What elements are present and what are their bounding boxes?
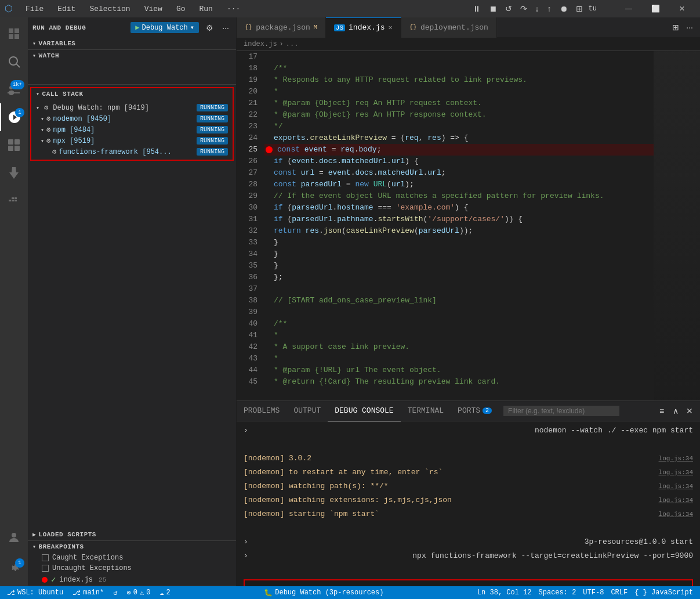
tab-deployment-json[interactable]: {} deployment.json (401, 17, 497, 38)
activity-sourcectl-icon[interactable]: 1k+ (0, 75, 28, 103)
debug-step-into-button[interactable]: ↓ (533, 3, 542, 15)
menu-view[interactable]: View (141, 3, 166, 15)
activity-extensions-icon[interactable] (0, 131, 28, 159)
call-stack-process-0[interactable]: ▾ ⚙ Debug Watch: npm [9419] RUNNING (31, 102, 233, 113)
status-language[interactable]: { } JavaScript (632, 589, 695, 597)
thread-npx[interactable]: ▾ ⚙ npx [9519] RUNNING (31, 135, 233, 146)
code-scroll-area[interactable]: 17 18 19 20 21 22 23 24 25 26 27 28 29 3… (237, 51, 654, 400)
panel-tabs: PROBLEMS OUTPUT DEBUG CONSOLE TERMINAL P… (237, 401, 700, 421)
panel-tab-terminal[interactable]: TERMINAL (401, 401, 451, 421)
close-button[interactable]: ✕ (669, 0, 695, 17)
nodemon-ext-link[interactable]: log.js:34 (659, 494, 693, 507)
line-26: if (event.docs.matchedUrl.url) { (264, 156, 654, 167)
menu-selection[interactable]: Selection (86, 3, 133, 15)
status-sync[interactable]: ↺ (111, 589, 119, 597)
activity-test-icon[interactable] (0, 159, 28, 187)
status-branch[interactable]: ⎇ main* (70, 589, 106, 597)
uncaught-exceptions-label: Uncaught Exceptions (52, 564, 132, 572)
nodemon-start-link[interactable]: log.js:34 (659, 508, 693, 521)
debug-stop-button[interactable]: ⏹ (487, 3, 499, 15)
loaded-scripts-header[interactable]: ▶ LOADED SCRIPTS (28, 529, 236, 540)
status-eol[interactable]: CRLF (608, 589, 630, 597)
debug-layout-button[interactable]: ⊞ (574, 3, 585, 15)
status-errors[interactable]: ⊗ 0 ⚠ 0 (124, 589, 153, 597)
warning-count: 0 (146, 589, 150, 597)
debug-step-out-button[interactable]: ↑ (545, 3, 554, 15)
activity-docker-icon[interactable] (0, 187, 28, 215)
activity-account-icon[interactable] (0, 524, 28, 551)
debug-settings-button[interactable]: ⚙ (204, 22, 215, 34)
nodemon-restart-link[interactable]: log.js:34 (659, 466, 693, 479)
line-30: if (parsedUrl.hostname === 'example.com'… (264, 202, 654, 214)
cloud-icon: ☁ (159, 589, 164, 597)
status-encoding[interactable]: UTF-8 (581, 589, 606, 597)
nodemon-version-link[interactable]: log.js:34 (659, 452, 693, 465)
panel-tab-output[interactable]: OUTPUT (286, 401, 328, 421)
nodemon-watch-link[interactable]: log.js:34 (659, 480, 693, 493)
thread-status-2: RUNNING (197, 126, 228, 133)
breadcrumb-more[interactable]: ... (286, 40, 299, 48)
watch-header[interactable]: ▾ WATCH (28, 50, 236, 62)
close-panel-button[interactable]: ✕ (684, 405, 695, 417)
menu-edit[interactable]: Edit (54, 3, 79, 15)
panel-tab-ports[interactable]: PORTS 2 (451, 401, 499, 421)
debug-record-button[interactable]: ⏺ (557, 3, 570, 15)
variables-header[interactable]: ▾ VARIABLES (28, 38, 236, 49)
process-name: Debug Watch: npm [9419] (53, 104, 149, 112)
status-position[interactable]: Ln 38, Col 12 (475, 589, 534, 597)
ports-badge: 2 (483, 407, 492, 414)
menu-go[interactable]: Go (173, 3, 189, 15)
thread-npm[interactable]: ▾ ⚙ npm [9484] RUNNING (31, 124, 233, 135)
caught-exceptions-checkbox[interactable] (42, 554, 49, 561)
split-editor-button[interactable]: ⊞ (670, 21, 681, 33)
tab-index-js[interactable]: JS index.js ✕ (326, 17, 401, 38)
line-numbers: 17 18 19 20 21 22 23 24 25 26 27 28 29 3… (237, 51, 264, 400)
panel-tab-problems[interactable]: PROBLEMS (237, 401, 286, 421)
run-debug-dropdown[interactable]: ▶ Debug Watch ▾ (130, 22, 199, 33)
console-filter-input[interactable] (503, 406, 619, 416)
console-blank-3 (237, 563, 700, 577)
activity-explorer-icon[interactable] (0, 20, 28, 48)
console-nodemon-watch: [nodemon] watching path(s): **/* log.js:… (237, 479, 700, 493)
menu-file[interactable]: File (22, 3, 47, 15)
thread-name-2: npm [9484] (53, 126, 95, 134)
scroll-top-button[interactable]: ∧ (670, 405, 681, 417)
thread-nodemon[interactable]: ▾ ⚙ nodemon [9450] RUNNING (31, 113, 233, 124)
breakpoints-header[interactable]: ▾ BREAKPOINTS (28, 541, 236, 553)
tab-package-json[interactable]: {} package.json M (237, 17, 326, 38)
debug-restart-button[interactable]: ↺ (503, 3, 514, 15)
menu-more[interactable]: ··· (223, 3, 244, 15)
panel-tab-debug-console[interactable]: DEBUG CONSOLE (328, 401, 400, 421)
line-45: * @return {!Card} The resulting preview … (264, 376, 654, 388)
code-content[interactable]: /** * Responds to any HTTP request relat… (264, 51, 654, 400)
status-debug-session[interactable]: 🐛 Debug Watch (3p-resources) (262, 589, 386, 597)
console-error-box: Serving function... main.js:48 Function:… (244, 579, 693, 586)
activity-settings-icon[interactable]: 1 (0, 554, 28, 582)
line-43: * (264, 353, 654, 365)
line-18: /** (264, 63, 654, 74)
debug-step-over-button[interactable]: ↷ (518, 3, 529, 15)
more-actions-button[interactable]: ··· (684, 21, 695, 33)
status-wsl[interactable]: ⎇ WSL: Ubuntu (5, 589, 66, 597)
menu-run[interactable]: Run (195, 3, 216, 15)
breadcrumb-file[interactable]: index.js (244, 40, 277, 48)
call-stack-header[interactable]: ▾ CALL STACK (31, 88, 233, 100)
activity-search-icon[interactable] (0, 48, 28, 75)
tab-actions: ⊞ ··· (665, 21, 700, 33)
debug-pause-button[interactable]: ⏸ (470, 3, 483, 15)
wrap-lines-button[interactable]: ≡ (656, 405, 668, 417)
console-nodemon-starting: [nodemon] starting `npm start` log.js:34 (237, 507, 700, 521)
tab-close-button[interactable]: ✕ (388, 23, 392, 32)
minimize-button[interactable]: — (615, 0, 642, 17)
call-stack-box: ▾ CALL STACK ▾ ⚙ Debug Watch: npm [9419]… (30, 87, 234, 161)
activity-run-debug-icon[interactable]: 1 (0, 103, 28, 131)
thread-functions-framework[interactable]: ⚙ functions-framework [954... RUNNING (31, 146, 233, 157)
settings-badge: 1 (15, 558, 24, 568)
status-cloud[interactable]: ☁ 2 (157, 589, 172, 597)
maximize-button[interactable]: ⬜ (642, 0, 669, 17)
breakpoints-chevron: ▾ (32, 543, 37, 550)
svg-rect-5 (14, 146, 20, 151)
debug-more-button[interactable]: ··· (220, 22, 231, 34)
status-spaces[interactable]: Spaces: 2 (536, 589, 579, 597)
uncaught-exceptions-checkbox[interactable] (42, 565, 49, 572)
